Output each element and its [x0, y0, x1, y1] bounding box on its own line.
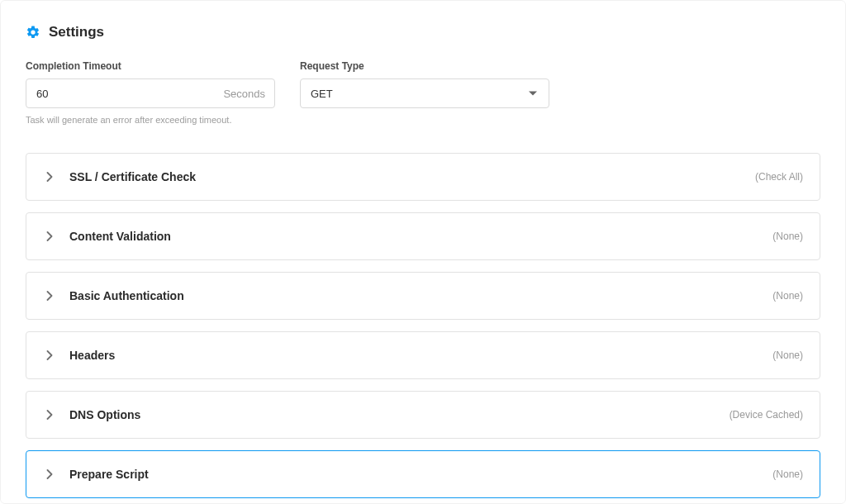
accordion-item-status: (None) [772, 349, 803, 361]
chevron-right-icon [45, 231, 55, 241]
request-type-label: Request Type [300, 60, 549, 72]
accordion-item-status: (None) [772, 468, 803, 480]
chevron-right-icon [45, 172, 55, 182]
accordion-item-status: (Check All) [755, 171, 803, 183]
accordion-item-title: Content Validation [69, 230, 171, 243]
accordion-item-left: Headers [45, 349, 115, 362]
completion-timeout-input-wrapper: Seconds [26, 78, 275, 108]
gear-icon [26, 25, 40, 40]
accordion-item-title: Headers [69, 349, 115, 362]
accordion-item-left: Prepare Script [45, 468, 149, 481]
completion-timeout-input[interactable] [26, 78, 275, 108]
accordion-item[interactable]: Basic Authentication(None) [26, 272, 820, 320]
accordion-item-title: DNS Options [69, 408, 140, 421]
chevron-right-icon [45, 291, 55, 301]
accordion-item-left: Basic Authentication [45, 289, 184, 302]
accordion-item[interactable]: Headers(None) [26, 331, 820, 379]
accordion-item-left: SSL / Certificate Check [45, 170, 196, 183]
accordion-item-left: Content Validation [45, 230, 171, 243]
accordion-item[interactable]: DNS Options(Device Cached) [26, 391, 820, 439]
page-title: Settings [49, 24, 104, 40]
accordion-item-status: (Device Cached) [730, 409, 803, 421]
header-row: Settings [26, 24, 820, 40]
completion-timeout-helper: Task will generate an error after exceed… [26, 115, 275, 125]
accordion-item-title: SSL / Certificate Check [69, 170, 196, 183]
chevron-right-icon [45, 350, 55, 360]
accordion-item-title: Basic Authentication [69, 289, 184, 302]
accordion-list: SSL / Certificate Check(Check All)Conten… [26, 153, 820, 498]
fields-row: Completion Timeout Seconds Task will gen… [26, 60, 820, 125]
caret-down-icon [529, 92, 537, 96]
request-type-select[interactable]: GET [300, 78, 549, 108]
completion-timeout-group: Completion Timeout Seconds Task will gen… [26, 60, 275, 125]
accordion-item[interactable]: Content Validation(None) [26, 212, 820, 260]
request-type-value: GET [311, 88, 333, 100]
settings-panel: Settings Completion Timeout Seconds Task… [0, 0, 846, 504]
accordion-item-status: (None) [772, 290, 803, 302]
request-type-group: Request Type GET [300, 60, 549, 125]
chevron-right-icon [45, 410, 55, 420]
accordion-item-title: Prepare Script [69, 468, 149, 481]
accordion-item[interactable]: SSL / Certificate Check(Check All) [26, 153, 820, 201]
chevron-right-icon [45, 469, 55, 479]
accordion-item[interactable]: Prepare Script(None) [26, 450, 820, 498]
completion-timeout-label: Completion Timeout [26, 60, 275, 72]
accordion-item-left: DNS Options [45, 408, 140, 421]
accordion-item-status: (None) [772, 231, 803, 242]
